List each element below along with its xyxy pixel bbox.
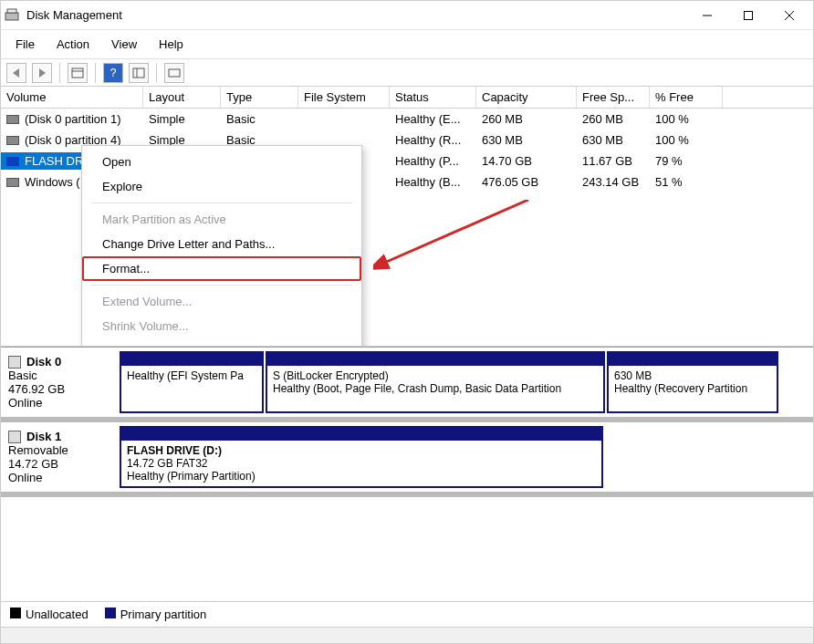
col-volume[interactable]: Volume [1, 87, 143, 108]
app-icon [5, 8, 19, 23]
legend-primary: Primary partition [105, 608, 207, 621]
disk-map: Disk 0Basic476.92 GBOnlineHealthy (EFI S… [1, 347, 813, 601]
svg-rect-3 [744, 11, 752, 19]
legend: Unallocated Primary partition [1, 601, 813, 627]
partition[interactable]: Healthy (EFI System Pa [120, 351, 264, 413]
ctx-mark-active: Mark Partition as Active [82, 207, 361, 232]
nav-back-button[interactable] [6, 63, 26, 83]
toolbar-view-button[interactable] [68, 63, 88, 83]
ctx-delete[interactable]: Delete Volume... [82, 338, 361, 346]
volume-grid: Volume Layout Type File System Status Ca… [1, 87, 813, 347]
disk-info: Disk 1Removable14.72 GBOnline [6, 426, 114, 488]
titlebar: Disk Management [1, 1, 813, 30]
disk-icon [8, 356, 21, 369]
ctx-format[interactable]: Format... [82, 256, 361, 281]
svg-rect-8 [133, 68, 144, 78]
svg-rect-1 [7, 9, 16, 13]
minimize-button[interactable] [686, 2, 727, 29]
toolbar-help-button[interactable]: ? [103, 63, 123, 83]
col-type[interactable]: Type [221, 87, 298, 108]
menu-view[interactable]: View [102, 34, 146, 55]
disk-info: Disk 0Basic476.92 GBOnline [6, 351, 114, 413]
volume-row[interactable]: (Disk 0 partition 1)SimpleBasicHealthy (… [1, 109, 813, 130]
toolbar-list-button[interactable] [129, 63, 149, 83]
menu-help[interactable]: Help [150, 34, 193, 55]
disk-icon [8, 431, 21, 443]
col-filesystem[interactable]: File System [298, 87, 390, 108]
context-menu: Open Explore Mark Partition as Active Ch… [81, 145, 362, 346]
window-title: Disk Management [26, 8, 686, 22]
partition[interactable]: 630 MBHealthy (Recovery Partition [607, 351, 778, 413]
partition[interactable]: S (BitLocker Encrypted)Healthy (Boot, Pa… [266, 351, 605, 413]
col-layout[interactable]: Layout [143, 87, 221, 108]
menu-file[interactable]: File [6, 34, 44, 55]
toolbar-detail-button[interactable] [164, 63, 184, 83]
legend-unallocated: Unallocated [10, 608, 89, 621]
maximize-button[interactable] [727, 2, 768, 29]
partition[interactable]: FLASH DRIVE (D:)14.72 GB FAT32Healthy (P… [120, 426, 603, 488]
annotation-arrow [373, 200, 537, 282]
disk-row: Disk 1Removable14.72 GBOnlineFLASH DRIVE… [1, 422, 813, 497]
svg-rect-6 [72, 68, 83, 78]
horizontal-scrollbar[interactable] [1, 627, 813, 643]
ctx-shrink: Shrink Volume... [82, 314, 361, 338]
ctx-explore[interactable]: Explore [82, 174, 361, 199]
ctx-change-letter[interactable]: Change Drive Letter and Paths... [82, 232, 361, 256]
col-status[interactable]: Status [390, 87, 476, 108]
nav-forward-button[interactable] [32, 63, 52, 83]
svg-rect-0 [5, 13, 18, 20]
menubar: File Action View Help [1, 30, 813, 59]
disk-row: Disk 0Basic476.92 GBOnlineHealthy (EFI S… [1, 348, 813, 422]
svg-line-11 [382, 200, 528, 264]
svg-rect-10 [169, 69, 180, 77]
grid-header: Volume Layout Type File System Status Ca… [1, 87, 813, 109]
toolbar: ? [1, 59, 813, 87]
menu-action[interactable]: Action [47, 34, 99, 55]
close-button[interactable] [768, 2, 809, 29]
col-pct[interactable]: % Free [650, 87, 723, 108]
col-free[interactable]: Free Sp... [577, 87, 650, 108]
ctx-extend: Extend Volume... [82, 289, 361, 314]
col-capacity[interactable]: Capacity [476, 87, 577, 108]
ctx-open[interactable]: Open [82, 150, 361, 174]
grid-body: (Disk 0 partition 1)SimpleBasicHealthy (… [1, 109, 813, 346]
